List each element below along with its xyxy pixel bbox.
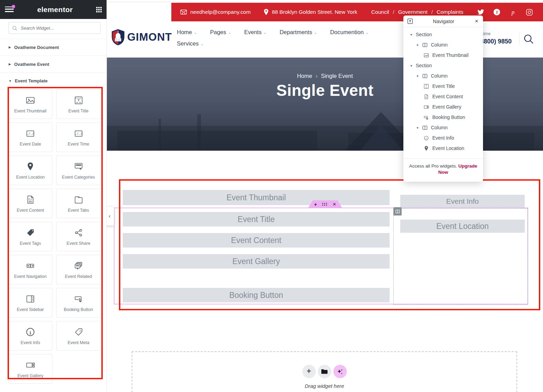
instagram-icon[interactable] bbox=[526, 9, 533, 16]
widget-event-related[interactable]: Event Related bbox=[56, 255, 101, 284]
nav-departments[interactable]: Departments⌄ bbox=[280, 29, 317, 36]
widget-event-tags[interactable]: Event Tags bbox=[8, 222, 52, 251]
tree-section[interactable]: ▾ Section bbox=[403, 60, 483, 71]
site-logo[interactable]: GIMONT bbox=[111, 29, 172, 46]
button-cursor-icon bbox=[73, 294, 84, 304]
close-icon[interactable]: ✕ bbox=[474, 18, 479, 24]
topbar-email[interactable]: needhelp@company.com bbox=[180, 9, 251, 15]
column-handle[interactable] bbox=[393, 207, 402, 215]
separator: / bbox=[431, 9, 433, 15]
delete-section-icon[interactable]: ✕ bbox=[332, 202, 336, 207]
tag-icon bbox=[25, 228, 36, 238]
widget-booking-button[interactable]: Booking Button bbox=[56, 288, 101, 318]
drag-hint: Drag widget here bbox=[305, 383, 344, 389]
placeholder-event-content[interactable]: Event Content bbox=[123, 233, 390, 248]
widget-event-meta[interactable]: Event Meta bbox=[56, 321, 101, 351]
tree-event-title[interactable]: T Event Title bbox=[403, 81, 483, 91]
collapse-all-icon[interactable] bbox=[407, 18, 413, 24]
placeholder-event-info[interactable]: Event Info bbox=[400, 195, 525, 208]
add-section-icon[interactable]: + bbox=[314, 202, 317, 207]
widget-label: Event Date bbox=[20, 142, 41, 147]
tree-booking-button[interactable]: Booking Button bbox=[403, 112, 483, 122]
widgets-grid-icon[interactable] bbox=[96, 7, 102, 12]
content-icon bbox=[423, 94, 429, 99]
widget-event-title[interactable]: T Event Title bbox=[56, 89, 101, 119]
widget-label: Event Time bbox=[68, 142, 89, 147]
section-handle[interactable]: + ✕ bbox=[308, 200, 342, 208]
widget-label: Event Title bbox=[68, 109, 88, 113]
placeholder-booking-button[interactable]: Booking Button bbox=[123, 288, 390, 302]
widget-event-date[interactable]: ././ Event Date bbox=[8, 122, 52, 152]
widget-label: Event Tabs bbox=[68, 208, 89, 213]
facebook-icon[interactable]: f bbox=[493, 9, 500, 16]
navigator-tree: ▾ Section ▾ Column Event Thumbnail ▾ Sec… bbox=[403, 27, 483, 153]
header-divider bbox=[519, 33, 520, 44]
elementor-panel: elementor ▶ Ovatheme Document ▶ Ovatheme… bbox=[0, 0, 107, 392]
title-icon: T bbox=[423, 83, 429, 89]
link-government[interactable]: Government bbox=[398, 9, 428, 15]
add-widget-button[interactable]: + bbox=[302, 365, 316, 378]
widget-event-gallery[interactable]: Event Gallery bbox=[8, 354, 52, 384]
panel-section-ovatheme-event[interactable]: ▶ Ovatheme Event bbox=[0, 56, 107, 72]
ai-builder-button[interactable] bbox=[333, 365, 347, 378]
header-search-icon[interactable] bbox=[523, 34, 534, 44]
widget-event-navigation[interactable]: Event Navigation bbox=[8, 255, 52, 284]
widget-event-location[interactable]: Event Location bbox=[8, 155, 52, 185]
categories-icon bbox=[73, 161, 84, 172]
pinterest-icon[interactable]: p bbox=[510, 9, 516, 16]
chevron-down-icon: ⌄ bbox=[228, 30, 231, 35]
navigator-footer: Access all Pro widgets. Upgrade Now bbox=[403, 158, 483, 177]
template-library-button[interactable] bbox=[318, 365, 331, 378]
menu-icon[interactable] bbox=[5, 7, 14, 13]
search-input[interactable] bbox=[20, 25, 97, 31]
widget-event-sidebar[interactable]: Event Sidebar bbox=[8, 288, 52, 318]
panel-section-ovatheme-document[interactable]: ▶ Ovatheme Document bbox=[0, 39, 107, 56]
topbar-email-text: needhelp@company.com bbox=[190, 9, 251, 15]
link-complaints[interactable]: Complaints bbox=[436, 9, 463, 15]
nav-documention[interactable]: Documention⌄ bbox=[330, 29, 369, 36]
topbar-links: Council / Government / Complaints bbox=[371, 9, 463, 15]
widget-event-share[interactable]: Event Share bbox=[56, 222, 101, 251]
tree-section[interactable]: ▾ Section bbox=[403, 29, 483, 40]
tree-event-content[interactable]: Event Content bbox=[403, 91, 483, 102]
chevron-down-icon: ⌄ bbox=[314, 30, 317, 35]
widget-event-content[interactable]: A Event Content bbox=[8, 189, 52, 218]
widget-label: Event Categories bbox=[62, 175, 95, 180]
widget-event-thumbnail[interactable]: Event Thumbnail bbox=[8, 89, 52, 119]
drop-zone[interactable]: + Drag widget here bbox=[132, 351, 517, 392]
widget-search[interactable] bbox=[8, 22, 101, 34]
nav-services[interactable]: Services⌄ bbox=[177, 40, 204, 47]
nav-events[interactable]: Events⌄ bbox=[244, 29, 267, 36]
widget-label: Event Related bbox=[65, 274, 92, 279]
tree-column[interactable]: ▾ Column bbox=[403, 40, 483, 50]
panel-section-event-template[interactable]: ▼ Event Template bbox=[0, 72, 107, 89]
svg-text:p: p bbox=[511, 9, 515, 16]
tree-event-thumbnail[interactable]: Event Thumbnail bbox=[403, 50, 483, 60]
tree-event-info[interactable]: Event Info bbox=[403, 133, 483, 143]
separator: / bbox=[393, 9, 394, 15]
nav-pages[interactable]: Pages⌄ bbox=[210, 29, 231, 36]
widget-event-info[interactable]: Event Info bbox=[8, 321, 52, 351]
pro-widgets-text: Access all Pro widgets. bbox=[409, 163, 457, 169]
widget-event-categories[interactable]: Event Categories bbox=[56, 155, 101, 185]
search-icon bbox=[12, 26, 17, 31]
tree-event-location[interactable]: Event Location bbox=[403, 143, 483, 153]
caret-right-icon: ▶ bbox=[9, 62, 11, 66]
tree-column[interactable]: ▾ Column bbox=[403, 71, 483, 81]
twitter-icon[interactable] bbox=[477, 9, 484, 16]
tree-event-gallery[interactable]: Event Gallery bbox=[403, 102, 483, 112]
tree-column[interactable]: ▾ Column bbox=[403, 122, 483, 133]
link-council[interactable]: Council bbox=[371, 9, 389, 15]
placeholder-event-thumbnail[interactable]: Event Thumbnail bbox=[123, 190, 390, 205]
elementor-panel-header: elementor bbox=[0, 0, 107, 19]
drag-handle-icon[interactable] bbox=[322, 203, 327, 206]
widget-event-time[interactable]: ././ Event Time bbox=[56, 122, 101, 152]
breadcrumb-home[interactable]: Home bbox=[297, 73, 312, 79]
sidebar-icon bbox=[25, 294, 36, 304]
placeholder-event-location[interactable]: Event Location bbox=[400, 220, 525, 233]
nav-home[interactable]: Home⌄ bbox=[177, 29, 197, 36]
topbar-address-text: 88 Broklyn Golden Street. New York bbox=[272, 9, 357, 15]
placeholder-event-gallery[interactable]: Event Gallery bbox=[123, 254, 390, 269]
placeholder-event-title[interactable]: Event Title bbox=[123, 212, 390, 227]
widget-event-tabs[interactable]: Event Tabs bbox=[56, 189, 101, 218]
